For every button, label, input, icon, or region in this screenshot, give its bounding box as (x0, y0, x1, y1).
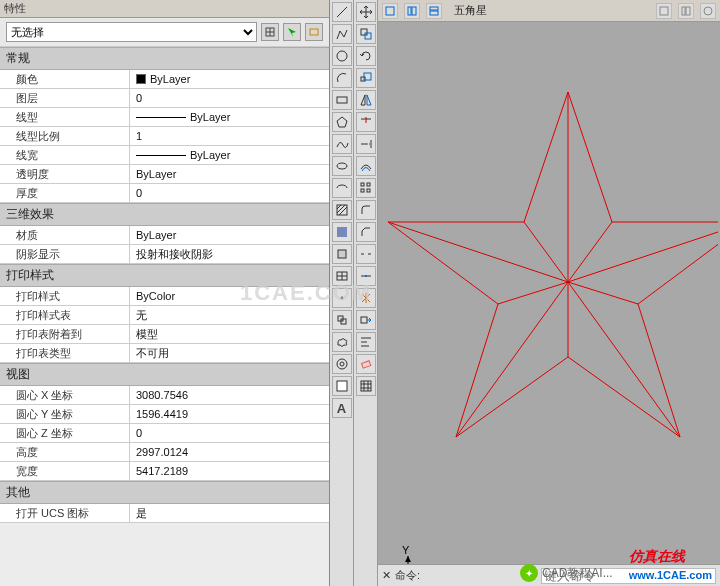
revcloud-tool-icon[interactable] (332, 332, 352, 352)
viewport-icon[interactable] (426, 3, 442, 19)
svg-rect-59 (686, 7, 690, 15)
linetype-preview-icon (136, 117, 186, 118)
viewport-config-icon[interactable] (656, 3, 672, 19)
prop-value-material[interactable]: ByLayer (130, 226, 329, 244)
arc-tool-icon[interactable] (332, 68, 352, 88)
prop-value-layer[interactable]: 0 (130, 89, 329, 107)
svg-line-4 (337, 7, 347, 17)
prop-value-linetype[interactable]: ByLayer (130, 108, 329, 126)
offset-tool-icon[interactable] (356, 156, 376, 176)
category-misc[interactable]: 其他 (0, 481, 329, 504)
line-tool-icon[interactable] (332, 2, 352, 22)
pline-tool-icon[interactable] (332, 24, 352, 44)
prop-value-plottype[interactable]: 不可用 (130, 344, 329, 362)
prop-value-ucsicon[interactable]: 是 (130, 504, 329, 522)
svg-rect-9 (337, 205, 347, 215)
prop-value-thickness[interactable]: 0 (130, 184, 329, 202)
svg-marker-7 (337, 117, 347, 127)
panel-titlebar[interactable]: 特性 (0, 0, 329, 18)
polygon-tool-icon[interactable] (332, 112, 352, 132)
panel-title: 特性 (4, 1, 325, 16)
spline-tool-icon[interactable] (332, 134, 352, 154)
svg-rect-52 (386, 7, 394, 15)
gradient-tool-icon[interactable] (332, 222, 352, 242)
prop-row: 图层0 (0, 89, 329, 108)
category-threed[interactable]: 三维效果 (0, 203, 329, 226)
mtext-tool-icon[interactable]: A (332, 398, 352, 418)
fillet-tool-icon[interactable] (356, 200, 376, 220)
category-general[interactable]: 常规 (0, 47, 329, 70)
svg-point-5 (337, 51, 347, 61)
drawing-tab[interactable]: 五角星 (448, 1, 493, 20)
prop-row: 透明度ByLayer (0, 165, 329, 184)
prop-value-plotattach[interactable]: 模型 (130, 325, 329, 343)
prop-value-plottable[interactable]: 无 (130, 306, 329, 324)
svg-marker-61 (388, 92, 718, 437)
prop-row: 宽度5417.2189 (0, 462, 329, 481)
ellipse-arc-tool-icon[interactable] (332, 178, 352, 198)
panel-toolbar: 无选择 (0, 18, 329, 47)
viewport-config-icon[interactable] (678, 3, 694, 19)
select-objects-button[interactable] (305, 23, 323, 41)
align-tool-icon[interactable] (356, 332, 376, 352)
prop-value-centery[interactable]: 1596.4419 (130, 405, 329, 423)
svg-point-8 (337, 163, 347, 169)
prop-row: 打印表附着到模型 (0, 325, 329, 344)
watermark-site: 仿真在线 www.1CAE.com (629, 548, 712, 582)
prop-value-lineweight[interactable]: ByLayer (130, 146, 329, 164)
prop-value-centerx[interactable]: 3080.7546 (130, 386, 329, 404)
selection-dropdown[interactable]: 无选择 (6, 22, 257, 42)
ellipse-tool-icon[interactable] (332, 156, 352, 176)
svg-rect-57 (660, 7, 668, 15)
prop-row: 材质ByLayer (0, 226, 329, 245)
wipeout-tool-icon[interactable] (332, 376, 352, 396)
prop-row: 圆心 Y 坐标1596.4419 (0, 405, 329, 424)
properties-scroll[interactable]: 常规 颜色ByLayer 图层0 线型ByLayer 线型比例1 线宽ByLay… (0, 47, 329, 586)
svg-rect-23 (337, 381, 347, 391)
svg-rect-58 (682, 7, 685, 15)
prop-value-color[interactable]: ByLayer (130, 70, 329, 88)
drawing-canvas[interactable]: X Y ✕ 命令: ▸ (378, 22, 720, 586)
svg-rect-36 (361, 189, 364, 192)
prop-value-transparency[interactable]: ByLayer (130, 165, 329, 183)
rotate-tool-icon[interactable] (356, 46, 376, 66)
hatch-tool-icon[interactable] (332, 200, 352, 220)
stretch-tool-icon[interactable] (356, 310, 376, 330)
donut-tool-icon[interactable] (332, 354, 352, 374)
mirror-tool-icon[interactable] (356, 90, 376, 110)
svg-rect-14 (338, 250, 346, 258)
prop-value-centerz[interactable]: 0 (130, 424, 329, 442)
prop-value-width[interactable]: 5417.2189 (130, 462, 329, 480)
move-tool-icon[interactable] (356, 2, 376, 22)
scale-tool-icon[interactable] (356, 68, 376, 88)
svg-rect-34 (361, 183, 364, 186)
svg-marker-75 (405, 556, 411, 562)
prop-value-height[interactable]: 2997.0124 (130, 443, 329, 461)
color-swatch-icon (136, 74, 146, 84)
svg-line-70 (498, 282, 568, 304)
circle-tool-icon[interactable] (332, 46, 352, 66)
quick-select-button[interactable] (283, 23, 301, 41)
viewport-config-icon[interactable] (700, 3, 716, 19)
ucs-y-label: Y (402, 546, 410, 556)
region-tool-icon[interactable] (332, 244, 352, 264)
erase-tool-icon[interactable] (356, 354, 376, 374)
grid-tool-icon[interactable] (356, 376, 376, 396)
viewport-icon[interactable] (404, 3, 420, 19)
category-view[interactable]: 视图 (0, 363, 329, 386)
svg-line-67 (568, 222, 612, 282)
break-tool-icon[interactable] (356, 244, 376, 264)
block-tool-icon[interactable] (332, 310, 352, 330)
prop-value-shadow[interactable]: 投射和接收阴影 (130, 245, 329, 263)
chamfer-tool-icon[interactable] (356, 222, 376, 242)
rectangle-tool-icon[interactable] (332, 90, 352, 110)
prop-value-ltscale[interactable]: 1 (130, 127, 329, 145)
svg-rect-47 (361, 381, 371, 391)
copy-tool-icon[interactable] (356, 24, 376, 44)
trim-tool-icon[interactable] (356, 112, 376, 132)
prop-row: 打印表类型不可用 (0, 344, 329, 363)
viewport-icon[interactable] (382, 3, 398, 19)
array-tool-icon[interactable] (356, 178, 376, 198)
extend-tool-icon[interactable] (356, 134, 376, 154)
toggle-pim-button[interactable] (261, 23, 279, 41)
